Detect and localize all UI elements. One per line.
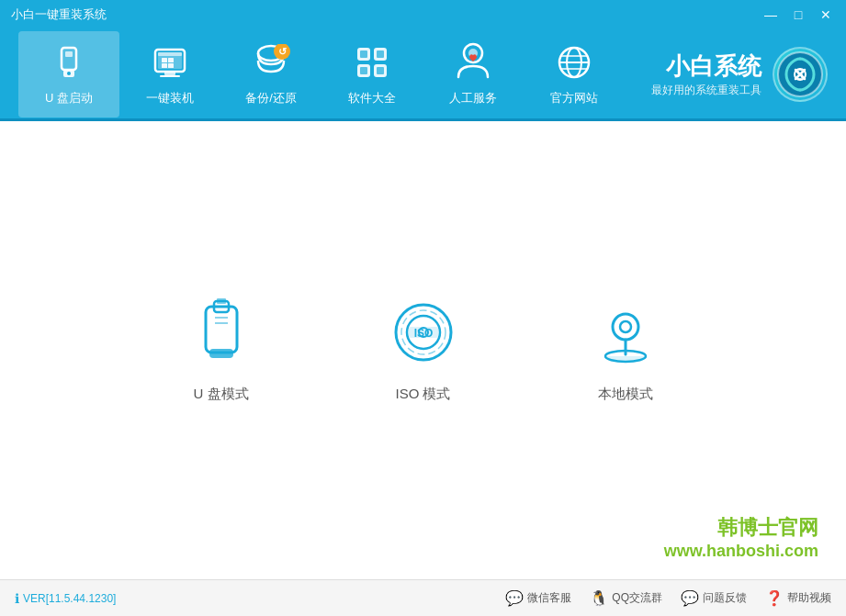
- close-button[interactable]: ✕: [817, 6, 835, 24]
- svg-point-3: [67, 72, 71, 75]
- qq-label: QQ交流群: [612, 590, 662, 606]
- svg-rect-10: [168, 58, 174, 62]
- feedback-icon: 💬: [681, 589, 699, 607]
- wechat-service-link[interactable]: 💬 微信客服: [505, 589, 571, 607]
- nav-item-software[interactable]: 软件大全: [321, 31, 423, 118]
- help-label: 帮助视频: [787, 590, 831, 606]
- iso-mode-icon: ISO: [387, 297, 460, 371]
- mode-container: U 盘模式 ISO ISO 模式: [166, 279, 681, 421]
- u-disk-boot-icon: [49, 42, 89, 83]
- svg-rect-0: [62, 48, 76, 70]
- nav-item-official-site[interactable]: 官方网站: [524, 31, 625, 118]
- window-controls: — □ ✕: [761, 6, 835, 24]
- feedback-label: 问题反馈: [703, 590, 747, 606]
- svg-rect-21: [377, 50, 384, 58]
- nav-item-one-click[interactable]: 一键装机: [119, 31, 220, 118]
- brand-slogan: 最好用的系统重装工具: [651, 83, 761, 98]
- iso-mode-label: ISO 模式: [395, 386, 450, 403]
- svg-rect-7: [164, 72, 175, 75]
- svg-text:ISO: ISO: [413, 327, 433, 340]
- svg-rect-12: [168, 63, 174, 68]
- local-mode-icon: [589, 297, 662, 371]
- nav-label-u-disk-boot: U 盘启动: [45, 90, 93, 106]
- svg-point-46: [613, 314, 638, 340]
- svg-rect-11: [162, 63, 167, 68]
- nav-label-one-click: 一键装机: [146, 90, 194, 106]
- iso-mode-item[interactable]: ISO ISO 模式: [368, 279, 479, 421]
- svg-rect-34: [206, 307, 237, 353]
- nav-label-official-site: 官方网站: [550, 90, 598, 106]
- backup-icon: ↺: [251, 42, 291, 83]
- feedback-link[interactable]: 💬 问题反馈: [681, 589, 747, 607]
- software-icon: [352, 42, 392, 83]
- minimize-button[interactable]: —: [761, 6, 780, 24]
- title-bar: 小白一键重装系统 — □ ✕: [0, 0, 846, 29]
- manual-service-icon: [453, 42, 493, 83]
- nav-label-manual-service: 人工服务: [449, 90, 497, 106]
- u-disk-mode-icon: [185, 297, 258, 371]
- qq-group-link[interactable]: 🐧 QQ交流群: [590, 589, 662, 607]
- svg-rect-9: [162, 58, 167, 62]
- local-mode-label: 本地模式: [598, 386, 653, 403]
- qq-icon: 🐧: [590, 589, 608, 607]
- nav-label-backup: 备份/还原: [245, 90, 297, 106]
- svg-rect-20: [360, 50, 367, 58]
- u-disk-mode-item[interactable]: U 盘模式: [166, 279, 276, 421]
- brand-logo: S: [773, 47, 828, 102]
- u-disk-mode-label: U 盘模式: [194, 386, 249, 403]
- nav-item-manual-service[interactable]: 人工服务: [423, 31, 524, 118]
- nav-items: U 盘启动 一键装机: [18, 31, 651, 118]
- wechat-label: 微信客服: [527, 590, 571, 606]
- help-icon: ❓: [765, 589, 784, 607]
- main-content: U 盘模式 ISO ISO 模式: [0, 121, 846, 579]
- one-click-icon: [150, 42, 190, 83]
- help-video-link[interactable]: ❓ 帮助视频: [765, 589, 831, 607]
- footer: ℹ VER[11.5.44.1230] 💬 微信客服 🐧 QQ交流群 💬 问题反…: [0, 579, 846, 616]
- maximize-button[interactable]: □: [789, 6, 807, 24]
- brand-area: 小白系统 最好用的系统重装工具 S: [651, 47, 828, 102]
- svg-rect-6: [158, 52, 182, 56]
- watermark-line2: www.hanboshi.com: [664, 542, 818, 561]
- svg-rect-39: [217, 298, 226, 304]
- nav-label-software: 软件大全: [348, 90, 396, 106]
- nav-bar: U 盘启动 一键装机: [0, 29, 846, 121]
- version-text: VER[11.5.44.1230]: [23, 592, 116, 605]
- official-site-icon: [554, 42, 594, 83]
- svg-point-47: [620, 321, 631, 332]
- svg-rect-22: [360, 67, 367, 74]
- svg-rect-38: [209, 349, 233, 358]
- local-mode-item[interactable]: 本地模式: [570, 279, 681, 421]
- watermark: 韩博士官网 www.hanboshi.com: [664, 514, 818, 561]
- svg-text:S: S: [796, 68, 804, 82]
- app-title: 小白一键重装系统: [11, 6, 107, 23]
- nav-item-u-disk-boot[interactable]: U 盘启动: [18, 31, 119, 118]
- svg-rect-23: [377, 67, 384, 74]
- svg-rect-1: [65, 51, 73, 57]
- brand-text: 小白系统 最好用的系统重装工具: [651, 50, 761, 98]
- wechat-icon: 💬: [505, 589, 524, 607]
- footer-version: ℹ VER[11.5.44.1230]: [15, 591, 116, 606]
- brand-name: 小白系统: [651, 50, 761, 83]
- watermark-line1: 韩博士官网: [664, 514, 818, 542]
- nav-item-backup[interactable]: ↺ 备份/还原: [220, 31, 321, 118]
- footer-links: 💬 微信客服 🐧 QQ交流群 💬 问题反馈 ❓ 帮助视频: [505, 589, 831, 607]
- info-icon: ℹ: [15, 591, 19, 606]
- svg-text:↺: ↺: [278, 46, 287, 57]
